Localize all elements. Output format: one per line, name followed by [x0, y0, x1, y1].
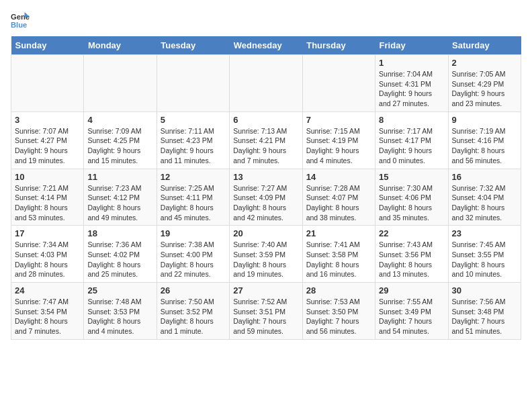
day-number: 17 — [15, 228, 80, 238]
day-cell-22: 22Sunrise: 7:43 AMSunset: 3:56 PMDayligh… — [375, 226, 448, 283]
column-header-wednesday: Wednesday — [230, 36, 302, 55]
column-header-sunday: Sunday — [11, 36, 84, 55]
day-cell-24: 24Sunrise: 7:47 AMSunset: 3:54 PMDayligh… — [11, 283, 84, 340]
day-number: 10 — [15, 172, 80, 182]
calendar-header-row: SundayMondayTuesdayWednesdayThursdayFrid… — [11, 36, 521, 55]
day-cell-26: 26Sunrise: 7:50 AMSunset: 3:52 PMDayligh… — [157, 283, 229, 340]
day-info: Sunrise: 7:25 AMSunset: 4:11 PMDaylight:… — [161, 183, 226, 223]
week-row-5: 24Sunrise: 7:47 AMSunset: 3:54 PMDayligh… — [11, 283, 521, 340]
day-number: 23 — [452, 228, 517, 238]
day-number: 6 — [233, 115, 298, 125]
day-cell-30: 30Sunrise: 7:56 AMSunset: 3:48 PMDayligh… — [448, 283, 521, 340]
day-number: 20 — [233, 228, 298, 238]
day-number: 9 — [452, 115, 517, 125]
day-number: 11 — [87, 172, 152, 182]
logo-icon: General Blue — [11, 11, 30, 30]
day-cell-13: 13Sunrise: 7:27 AMSunset: 4:09 PMDayligh… — [230, 169, 302, 226]
day-cell-1: 1Sunrise: 7:04 AMSunset: 4:31 PMDaylight… — [375, 55, 448, 112]
day-info: Sunrise: 7:13 AMSunset: 4:21 PMDaylight:… — [233, 126, 298, 166]
day-cell-11: 11Sunrise: 7:23 AMSunset: 4:12 PMDayligh… — [84, 169, 157, 226]
day-number: 21 — [306, 228, 371, 238]
day-number: 15 — [379, 172, 444, 182]
day-info: Sunrise: 7:27 AMSunset: 4:09 PMDaylight:… — [233, 183, 298, 223]
day-number: 3 — [15, 115, 80, 125]
empty-cell — [230, 55, 302, 112]
day-cell-6: 6Sunrise: 7:13 AMSunset: 4:21 PMDaylight… — [230, 111, 302, 169]
day-cell-7: 7Sunrise: 7:15 AMSunset: 4:19 PMDaylight… — [302, 111, 375, 169]
day-info: Sunrise: 7:50 AMSunset: 3:52 PMDaylight:… — [161, 297, 226, 336]
day-cell-17: 17Sunrise: 7:34 AMSunset: 4:03 PMDayligh… — [11, 226, 84, 283]
day-number: 8 — [379, 115, 444, 125]
empty-cell — [157, 55, 229, 112]
day-info: Sunrise: 7:36 AMSunset: 4:02 PMDaylight:… — [87, 240, 152, 279]
day-info: Sunrise: 7:38 AMSunset: 4:00 PMDaylight:… — [161, 240, 226, 279]
day-cell-5: 5Sunrise: 7:11 AMSunset: 4:23 PMDaylight… — [157, 111, 229, 169]
day-cell-25: 25Sunrise: 7:48 AMSunset: 3:53 PMDayligh… — [84, 283, 157, 340]
column-header-monday: Monday — [84, 36, 157, 55]
day-info: Sunrise: 7:43 AMSunset: 3:56 PMDaylight:… — [379, 240, 444, 279]
week-row-3: 10Sunrise: 7:21 AMSunset: 4:14 PMDayligh… — [11, 169, 521, 226]
header-area: General Blue — [11, 11, 521, 30]
day-number: 27 — [233, 285, 298, 295]
day-info: Sunrise: 7:07 AMSunset: 4:27 PMDaylight:… — [15, 126, 80, 166]
day-cell-19: 19Sunrise: 7:38 AMSunset: 4:00 PMDayligh… — [157, 226, 229, 283]
week-row-1: 1Sunrise: 7:04 AMSunset: 4:31 PMDaylight… — [11, 55, 521, 112]
column-header-saturday: Saturday — [448, 36, 521, 55]
day-number: 5 — [161, 115, 226, 125]
day-number: 13 — [233, 172, 298, 182]
day-cell-21: 21Sunrise: 7:41 AMSunset: 3:58 PMDayligh… — [302, 226, 375, 283]
day-info: Sunrise: 7:34 AMSunset: 4:03 PMDaylight:… — [15, 240, 80, 279]
day-cell-27: 27Sunrise: 7:52 AMSunset: 3:51 PMDayligh… — [230, 283, 302, 340]
day-info: Sunrise: 7:23 AMSunset: 4:12 PMDaylight:… — [87, 183, 152, 223]
day-info: Sunrise: 7:21 AMSunset: 4:14 PMDaylight:… — [15, 183, 80, 223]
day-number: 19 — [161, 228, 226, 238]
empty-cell — [302, 55, 375, 112]
day-number: 12 — [161, 172, 226, 182]
day-info: Sunrise: 7:55 AMSunset: 3:49 PMDaylight:… — [379, 297, 444, 336]
day-info: Sunrise: 7:05 AMSunset: 4:29 PMDaylight:… — [452, 69, 517, 109]
calendar-table: SundayMondayTuesdayWednesdayThursdayFrid… — [11, 36, 521, 340]
day-number: 4 — [87, 115, 152, 125]
logo: General Blue — [11, 11, 32, 30]
day-cell-20: 20Sunrise: 7:40 AMSunset: 3:59 PMDayligh… — [230, 226, 302, 283]
column-header-thursday: Thursday — [302, 36, 375, 55]
day-info: Sunrise: 7:28 AMSunset: 4:07 PMDaylight:… — [306, 183, 371, 223]
day-cell-23: 23Sunrise: 7:45 AMSunset: 3:55 PMDayligh… — [448, 226, 521, 283]
day-info: Sunrise: 7:09 AMSunset: 4:25 PMDaylight:… — [87, 126, 152, 166]
svg-text:Blue: Blue — [11, 21, 27, 29]
empty-cell — [11, 55, 84, 112]
day-cell-28: 28Sunrise: 7:53 AMSunset: 3:50 PMDayligh… — [302, 283, 375, 340]
day-info: Sunrise: 7:17 AMSunset: 4:17 PMDaylight:… — [379, 126, 444, 166]
day-cell-18: 18Sunrise: 7:36 AMSunset: 4:02 PMDayligh… — [84, 226, 157, 283]
day-cell-3: 3Sunrise: 7:07 AMSunset: 4:27 PMDaylight… — [11, 111, 84, 169]
day-info: Sunrise: 7:48 AMSunset: 3:53 PMDaylight:… — [87, 297, 152, 336]
day-number: 25 — [87, 285, 152, 295]
day-cell-10: 10Sunrise: 7:21 AMSunset: 4:14 PMDayligh… — [11, 169, 84, 226]
day-info: Sunrise: 7:11 AMSunset: 4:23 PMDaylight:… — [161, 126, 226, 166]
day-cell-14: 14Sunrise: 7:28 AMSunset: 4:07 PMDayligh… — [302, 169, 375, 226]
day-cell-4: 4Sunrise: 7:09 AMSunset: 4:25 PMDaylight… — [84, 111, 157, 169]
day-cell-16: 16Sunrise: 7:32 AMSunset: 4:04 PMDayligh… — [448, 169, 521, 226]
day-number: 28 — [306, 285, 371, 295]
day-info: Sunrise: 7:53 AMSunset: 3:50 PMDaylight:… — [306, 297, 371, 336]
day-info: Sunrise: 7:47 AMSunset: 3:54 PMDaylight:… — [15, 297, 80, 336]
day-number: 18 — [87, 228, 152, 238]
day-cell-15: 15Sunrise: 7:30 AMSunset: 4:06 PMDayligh… — [375, 169, 448, 226]
day-number: 1 — [379, 58, 444, 68]
day-info: Sunrise: 7:45 AMSunset: 3:55 PMDaylight:… — [452, 240, 517, 279]
day-number: 16 — [452, 172, 517, 182]
day-info: Sunrise: 7:52 AMSunset: 3:51 PMDaylight:… — [233, 297, 298, 336]
day-number: 29 — [379, 285, 444, 295]
day-info: Sunrise: 7:32 AMSunset: 4:04 PMDaylight:… — [452, 183, 517, 223]
day-number: 2 — [452, 58, 517, 68]
day-number: 14 — [306, 172, 371, 182]
day-cell-9: 9Sunrise: 7:19 AMSunset: 4:16 PMDaylight… — [448, 111, 521, 169]
day-info: Sunrise: 7:15 AMSunset: 4:19 PMDaylight:… — [306, 126, 371, 166]
day-number: 24 — [15, 285, 80, 295]
day-info: Sunrise: 7:40 AMSunset: 3:59 PMDaylight:… — [233, 240, 298, 279]
day-info: Sunrise: 7:30 AMSunset: 4:06 PMDaylight:… — [379, 183, 444, 223]
day-info: Sunrise: 7:19 AMSunset: 4:16 PMDaylight:… — [452, 126, 517, 166]
column-header-tuesday: Tuesday — [157, 36, 229, 55]
day-number: 26 — [161, 285, 226, 295]
day-number: 30 — [452, 285, 517, 295]
